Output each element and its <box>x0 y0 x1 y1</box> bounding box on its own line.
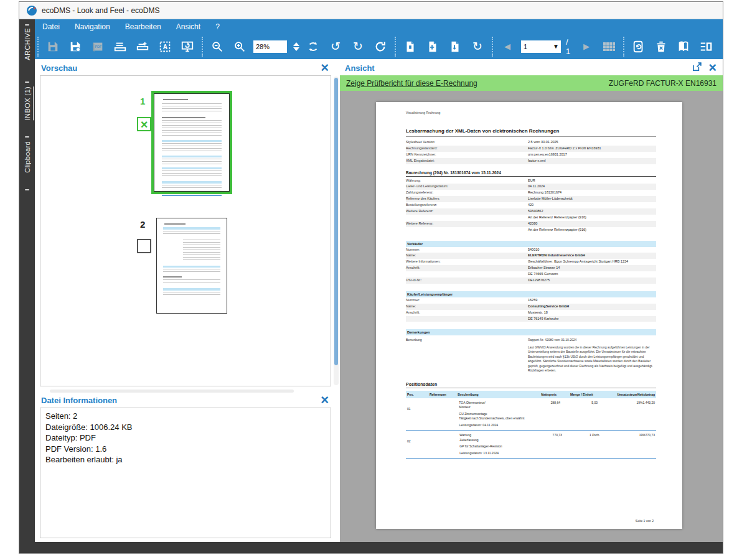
fit-page-icon[interactable] <box>304 38 322 55</box>
content-area: Vorschau × 1 × <box>35 59 723 542</box>
page-input-wrap: ▼ <box>521 40 561 53</box>
menu-bar: Datei Navigation Bearbeiten Ansicht ? <box>35 19 723 34</box>
file-info-box: Seiten: 2 Dateigröße: 1006.24 KB Dateity… <box>40 408 331 538</box>
tab-separator <box>25 24 29 26</box>
doc-remarks-band: Bemerkungen <box>406 329 656 335</box>
menu-ansicht[interactable]: Ansicht <box>176 22 200 31</box>
sidebar-tab-archive[interactable]: ARCHIVE <box>24 28 31 60</box>
scan-add-icon[interactable] <box>134 38 151 55</box>
popout-icon[interactable] <box>692 62 702 75</box>
add-file-icon[interactable] <box>424 38 441 55</box>
toolbar-group-document: ↻ <box>395 37 492 57</box>
delete-icon[interactable] <box>652 38 670 55</box>
menu-navigation[interactable]: Navigation <box>75 22 110 31</box>
download-file-icon[interactable] <box>446 38 464 55</box>
menu-bearbeiten[interactable]: Bearbeiten <box>125 22 161 31</box>
title-bar: ecoDMS - Look and Feel - ecoDMS <box>19 2 723 19</box>
thumbnail-page-1[interactable] <box>154 93 230 192</box>
doc-buyer-table: Nummer:16259 Name:ConsultingService GmbH… <box>406 297 656 322</box>
file-info-editable: Bearbeiten erlaubt: ja <box>45 454 326 465</box>
window-title: ecoDMS - Look and Feel - ecoDMS <box>42 6 159 15</box>
sidebar-tab-inbox[interactable]: INBOX (1) <box>24 86 31 120</box>
pdf-export-icon[interactable]: PDF <box>89 38 106 55</box>
thumbnail-page-2[interactable] <box>156 218 227 314</box>
toolbar: PDF A <box>35 34 723 59</box>
vorschau-close-icon[interactable]: × <box>321 62 329 73</box>
page-count-label: / 1 <box>566 37 573 56</box>
doc-remark-line1: Rapport-Nr. 42080 vom 31.10.2024 <box>528 338 656 343</box>
tab-separator <box>25 136 29 138</box>
doc-remark-text: Laut GWV03 Anwendung wurden die in diese… <box>528 345 656 373</box>
ansicht-close-icon[interactable]: × <box>708 62 716 73</box>
page-dropdown-icon[interactable]: ▼ <box>553 43 560 50</box>
grid-view-icon[interactable] <box>600 38 618 55</box>
ansicht-header: Ansicht × <box>340 60 723 75</box>
datei-informationen-title: Datei Informationen <box>41 396 117 405</box>
file-info-pdf-version: PDF Version: 1.6 <box>45 444 326 455</box>
export-file-icon[interactable] <box>402 38 419 55</box>
panel-list-icon[interactable] <box>697 38 715 55</box>
prev-page-button[interactable]: ◀ <box>499 38 516 55</box>
toolbar-group-pages: ◀ ▼ / 1 ▶ <box>492 37 623 57</box>
save-as-icon[interactable] <box>67 38 84 55</box>
document-page: Visualisierung Rechnung Lesbarmachung de… <box>376 102 682 529</box>
doc-position-row-1: 01 TGA Obermonteur/ Monteur GU Zimmermon… <box>406 398 656 431</box>
book-view-icon[interactable] <box>675 38 692 55</box>
svg-text:A: A <box>163 44 168 50</box>
left-pane: Vorschau × 1 × <box>35 60 331 542</box>
vorschau-scrollbar[interactable] <box>334 77 339 385</box>
thumbnail-2-checkbox[interactable] <box>137 239 151 253</box>
app-window: ecoDMS - Look and Feel - ecoDMS ARCHIVE … <box>19 1 723 554</box>
restore-version-icon[interactable] <box>630 38 647 55</box>
thumbnail-1-checkbox[interactable]: × <box>137 117 151 131</box>
page-input[interactable] <box>522 42 553 52</box>
zoom-out-icon[interactable] <box>209 38 226 55</box>
zoom-input[interactable] <box>253 40 287 53</box>
status-bar <box>35 542 723 553</box>
file-info-pages: Seiten: 2 <box>45 411 326 422</box>
ocr-icon[interactable]: A <box>156 38 174 55</box>
doc-seller-band: Verkäufer <box>406 241 656 247</box>
document-viewer[interactable]: Visualisierung Rechnung Lesbarmachung de… <box>340 91 723 542</box>
vorschau-header: Vorschau × <box>40 60 331 75</box>
toolbar-group-file: PDF A <box>37 37 202 57</box>
datei-informationen-close-icon[interactable]: × <box>321 394 329 406</box>
doc-invoice-header: Baurechnung (204) Nr. 181301674 vom 15.1… <box>406 170 656 177</box>
menu-datei[interactable]: Datei <box>42 22 60 31</box>
file-info-type: Dateityp: PDF <box>45 432 326 444</box>
scan-icon[interactable] <box>111 38 129 55</box>
doc-meta-table: Stylesheet Version:2.5 vom 30.01.2025 Re… <box>406 139 656 164</box>
rotate-right-icon[interactable]: ↻ <box>349 38 367 55</box>
scrollbar-thumb[interactable] <box>334 78 338 365</box>
refresh-file-icon[interactable]: ↻ <box>469 38 486 55</box>
doc-watermark: Visualisierung Rechnung <box>406 111 656 114</box>
rotate-left-icon[interactable]: ↺ <box>327 38 344 55</box>
sidebar-tab-clipboard[interactable]: Clipboard <box>24 141 31 173</box>
erechnung-banner: Zeige Prüfbericht für diese E-Rechnung Z… <box>340 75 723 91</box>
zoom-stepper[interactable] <box>293 42 299 51</box>
screen-refresh-icon[interactable] <box>179 38 196 55</box>
doc-positions-header-row: Pos. Referenzen Beschreibung Nettopreis … <box>406 391 656 398</box>
ansicht-pane: Ansicht × Zeige Prüfbericht für diese E-… <box>340 60 723 542</box>
thumbnail-list: 1 × <box>40 75 331 386</box>
doc-positions-title: Positionsdaten <box>406 382 656 388</box>
screenshot-stage: ecoDMS - Look and Feel - ecoDMS ARCHIVE … <box>0 0 747 560</box>
tab-separator <box>25 189 29 190</box>
reload-icon[interactable] <box>372 38 389 55</box>
menu-help[interactable]: ? <box>215 22 220 31</box>
pruefbericht-link[interactable]: Zeige Prüfbericht für diese E-Rechnung <box>346 79 477 88</box>
save-icon[interactable] <box>44 38 62 55</box>
doc-title: Lesbarmachung der XML-Daten von elektron… <box>406 128 656 137</box>
datei-informationen-header: Datei Informationen × <box>40 393 331 408</box>
ansicht-title: Ansicht <box>345 63 375 73</box>
side-tab-strip: ARCHIVE INBOX (1) Clipboard <box>19 19 35 553</box>
tab-separator <box>25 82 29 83</box>
doc-position-row-2: 02 Wartung Zeiterfassung GP für Schaltan… <box>406 431 656 459</box>
doc-page-footer: Seite 1 von 2 <box>636 519 654 523</box>
doc-buyer-band: Käufer/Leistungsempfänger <box>406 291 656 297</box>
standard-badge: ZUGFeRD FACTUR-X EN16931 <box>609 79 716 88</box>
next-page-button[interactable]: ▶ <box>578 38 595 55</box>
thumbnail-2-number: 2 <box>140 219 145 230</box>
zoom-in-icon[interactable] <box>231 38 248 55</box>
toolbar-group-actions <box>623 37 720 57</box>
